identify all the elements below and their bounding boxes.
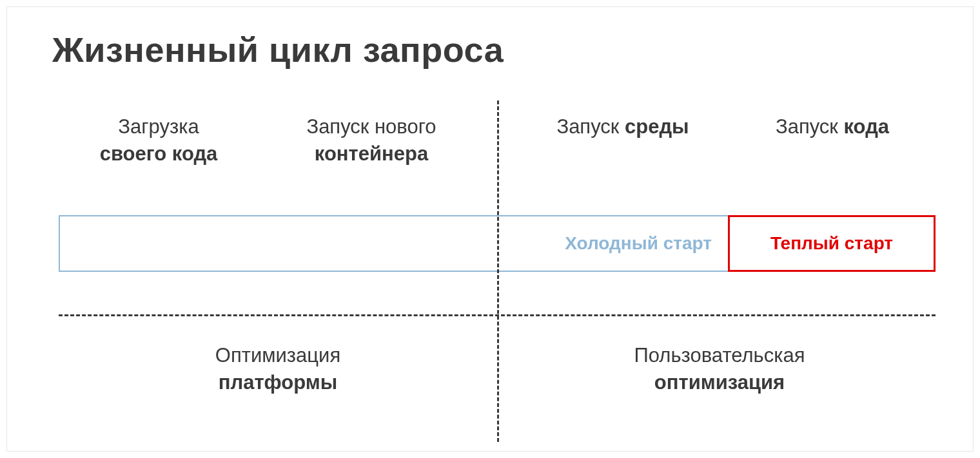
optimization-platform-line2: платформы <box>59 369 497 396</box>
warm-start-label: Теплый старт <box>770 233 893 254</box>
stage-start-code-line2: кода <box>844 115 890 138</box>
diagram-frame: Жизненный цикл запроса Загрузка своего к… <box>6 6 974 452</box>
stage-start-env: Запуск среды <box>529 113 716 140</box>
optimization-user-line2: оптимизация <box>504 369 936 396</box>
stage-load-code: Загрузка своего кода <box>68 113 249 167</box>
optimization-user-line1: Пользовательская <box>504 342 936 369</box>
stage-new-container-line2: контейнера <box>265 140 478 167</box>
stage-new-container-line1: Запуск нового <box>265 113 478 140</box>
horizontal-divider <box>59 314 936 316</box>
warm-start-segment: Теплый старт <box>728 215 936 272</box>
stage-new-container: Запуск нового контейнера <box>265 113 478 167</box>
stage-start-env-line1: Запуск <box>556 115 625 138</box>
diagram-title: Жизненный цикл запроса <box>52 30 504 70</box>
stage-start-env-line2: среды <box>625 115 689 138</box>
stage-start-code: Запуск кода <box>742 113 923 140</box>
optimization-platform-line1: Оптимизация <box>59 342 497 369</box>
stage-load-code-line2: своего кода <box>68 140 249 167</box>
stage-start-code-line1: Запуск <box>776 115 844 138</box>
cold-start-segment: Холодный старт <box>59 215 729 272</box>
optimization-platform: Оптимизация платформы <box>59 342 497 396</box>
cold-start-label: Холодный старт <box>565 233 712 254</box>
stage-load-code-line1: Загрузка <box>68 113 249 140</box>
vertical-divider <box>497 100 499 442</box>
optimization-user: Пользовательская оптимизация <box>504 342 936 396</box>
